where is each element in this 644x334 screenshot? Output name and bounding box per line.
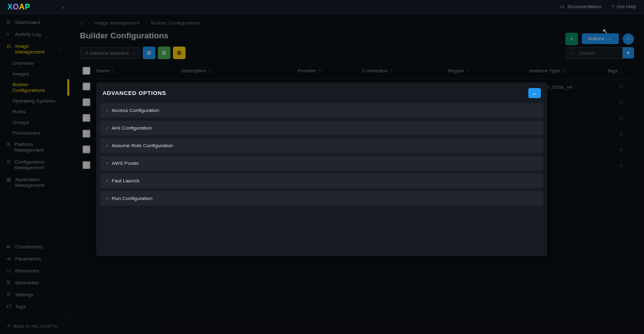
advanced-options-modal: ADVANCED OPTIONS ← ›Access Configuration… <box>96 82 547 256</box>
help-icon: ? <box>611 4 614 9</box>
book-icon: ▭ <box>560 4 565 9</box>
get-help-link[interactable]: ?Get Help <box>611 4 636 9</box>
accordion-assume-role-configuration[interactable]: ›Assume Role Configuration <box>100 138 543 153</box>
modal-title: ADVANCED OPTIONS <box>103 90 166 96</box>
chevron-right-icon: › <box>106 143 108 148</box>
chevron-right-icon: › <box>106 125 108 131</box>
chevron-right-icon: › <box>106 196 108 201</box>
chevron-right-icon: › <box>106 108 108 113</box>
modal-back-button[interactable]: ← <box>528 88 541 98</box>
accordion-run-configuration[interactable]: ›Run Configuration <box>100 191 543 206</box>
logo[interactable]: XOAP <box>8 3 30 11</box>
accordion-access-configuration[interactable]: ›Access Configuration <box>100 103 543 118</box>
accordion-fast-launch[interactable]: ›Fast Launch <box>100 174 543 188</box>
accordion-aws-pooler[interactable]: ›AWS Pooler <box>100 156 543 170</box>
chevron-right-icon: › <box>106 178 108 184</box>
accordion-ami-configuration[interactable]: ›Ami Configuration <box>100 121 543 135</box>
sidebar-collapse-button[interactable]: ‹ <box>62 5 64 11</box>
documentation-link[interactable]: ▭Documentation <box>560 4 601 9</box>
chevron-right-icon: › <box>106 160 108 166</box>
arrow-left-icon: ← <box>531 90 538 97</box>
